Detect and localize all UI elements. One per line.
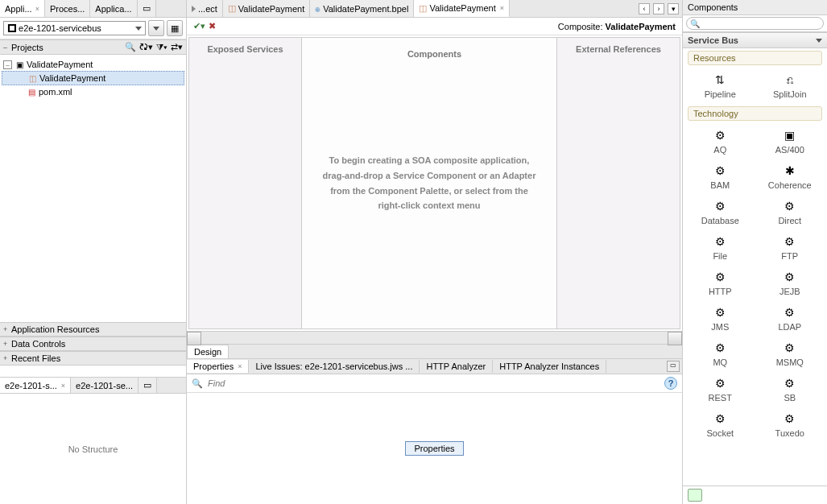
restore-dock-button[interactable]: ▭: [667, 361, 680, 372]
palette-item-sb[interactable]: ⚙SB: [756, 372, 825, 406]
nav-prev-button[interactable]: ‹: [639, 3, 650, 14]
adapter-icon: ⚙: [712, 198, 728, 214]
adapter-icon: ⚙: [712, 375, 728, 391]
editor-tab-2[interactable]: ⎈ValidatePayment.bpel: [310, 0, 414, 17]
help-icon[interactable]: ?: [664, 377, 677, 390]
recent-files-header[interactable]: +Recent Files: [0, 351, 186, 366]
application-dropdown[interactable]: 🞐 e2e-1201-servicebus: [3, 21, 146, 35]
horizontal-scrollbar[interactable]: [187, 331, 682, 344]
validate-icon[interactable]: ✔▾: [193, 21, 205, 31]
refresh-icon[interactable]: 🗘▾: [139, 42, 153, 52]
structure-empty-label: No Structure: [68, 444, 118, 454]
palette-item-http[interactable]: ⚙HTTP: [686, 266, 755, 300]
left-panel: Appli...× Proces... Applica... ▭ 🞐 e2e-1…: [0, 0, 187, 504]
chevron-down-icon: [816, 39, 822, 43]
adapter-icon: ⚙: [782, 375, 798, 391]
tree-node-pom[interactable]: ▤ pom.xml: [2, 85, 184, 98]
composite-icon: ◫: [27, 72, 38, 84]
palette-item-splitjoin[interactable]: ⎌SplitJoin: [756, 68, 825, 102]
design-view-tab[interactable]: Design: [187, 345, 229, 358]
settings-icon[interactable]: ⇄▾: [171, 42, 183, 52]
structure-tab-0[interactable]: e2e-1201-s...×: [0, 378, 71, 393]
adapter-icon: ⚙: [712, 163, 728, 179]
properties-panel: Properties: [187, 393, 682, 504]
close-icon[interactable]: ×: [500, 4, 504, 12]
palette-item-direct[interactable]: ⚙Direct: [756, 195, 825, 229]
palette-item-jms[interactable]: ⚙JMS: [686, 301, 755, 335]
search-icon[interactable]: 🔍: [125, 42, 136, 52]
components-palette: Components 🔍 Service Bus Resources⇅Pipel…: [682, 0, 827, 504]
project-tree: – ▣ ValidatePayment ◫ ValidatePayment ▤ …: [0, 55, 186, 101]
editor-tab-1[interactable]: ◫ValidatePayment: [223, 0, 310, 17]
app-action-button[interactable]: ▦: [167, 20, 183, 36]
tree-collapse-icon[interactable]: –: [3, 60, 12, 69]
tab-application[interactable]: Applica...: [90, 0, 137, 17]
palette-item-socket[interactable]: ⚙Socket: [686, 407, 755, 441]
palette-item-database[interactable]: ⚙Database: [686, 195, 755, 229]
palette-item-jejb[interactable]: ⚙JEJB: [756, 266, 825, 300]
editor-tab-0[interactable]: ...ect: [187, 0, 223, 17]
app-menu-button[interactable]: [148, 20, 164, 36]
palette-header: Components: [683, 0, 827, 15]
composite-title: Composite: ValidatePayment: [558, 22, 676, 31]
structure-tabs: e2e-1201-s...× e2e-1201-se... ▭: [0, 377, 186, 393]
adapter-icon: ⚙: [712, 127, 728, 143]
palette-item-tuxedo[interactable]: ⚙Tuxedo: [756, 407, 825, 441]
palette-item-msmq[interactable]: ⚙MSMQ: [756, 337, 825, 370]
adapter-icon: ⚙: [712, 340, 728, 356]
composite-icon: ◫: [419, 3, 427, 14]
palette-scroll[interactable]: Resources⇅Pipeline⎌SplitJoinTechnology⚙A…: [683, 48, 827, 485]
application-selector-row: 🞐 e2e-1201-servicebus ▦: [0, 18, 186, 39]
palette-group-resources[interactable]: Resources: [688, 51, 822, 65]
structure-tab-1[interactable]: e2e-1201-se...: [71, 378, 139, 393]
adapter-icon: ⚙: [782, 233, 798, 250]
palette-item-ldap[interactable]: ⚙LDAP: [756, 301, 825, 335]
tab-applications[interactable]: Appli...×: [0, 0, 45, 17]
app-resources-header[interactable]: +Application Resources: [0, 322, 186, 337]
tab-properties[interactable]: Properties×: [187, 360, 249, 373]
adapter-icon: ⚙: [782, 340, 798, 356]
tab-processes[interactable]: Proces...: [45, 0, 90, 17]
palette-category-dropdown[interactable]: Service Bus: [683, 32, 827, 48]
palette-item-aq[interactable]: ⚙AQ: [686, 124, 755, 158]
lane-components[interactable]: Components To begin creating a SOA compo…: [302, 38, 557, 328]
editor-tab-3[interactable]: ◫ValidatePayment×: [414, 0, 510, 17]
editor-tabs: ...ect ◫ValidatePayment ⎈ValidatePayment…: [187, 0, 682, 18]
palette-item-as-400[interactable]: ▣AS/400: [756, 124, 825, 158]
palette-view-toggle[interactable]: [688, 489, 702, 502]
palette-item-bam[interactable]: ⚙BAM: [686, 159, 755, 193]
search-icon: 🔍: [192, 378, 203, 389]
palette-item-coherence[interactable]: ✱Coherence: [756, 159, 825, 193]
properties-find-row: 🔍 ?: [187, 374, 682, 393]
palette-title: Components: [688, 2, 738, 12]
nav-next-button[interactable]: ›: [653, 3, 664, 14]
tree-root[interactable]: – ▣ ValidatePayment: [2, 58, 184, 71]
lane-exposed-services[interactable]: Exposed Services: [189, 38, 302, 328]
adapter-icon: ⚙: [782, 304, 798, 320]
filter-icon[interactable]: ⧩▾: [156, 42, 167, 52]
delete-icon[interactable]: ✖: [209, 21, 216, 31]
projects-section-header[interactable]: – Projects 🔍 🗘▾ ⧩▾ ⇄▾: [0, 39, 186, 55]
structure-panel: No Structure: [0, 393, 186, 504]
properties-find-input[interactable]: [206, 377, 661, 390]
tab-list-button[interactable]: ▾: [668, 3, 679, 14]
structure-minimize-button[interactable]: ▭: [139, 378, 157, 393]
palette-item-rest[interactable]: ⚙REST: [686, 372, 755, 406]
tab-http-analyzer-instances[interactable]: HTTP Analyzer Instances: [493, 360, 606, 373]
palette-group-technology[interactable]: Technology: [688, 106, 822, 121]
tab-http-analyzer[interactable]: HTTP Analyzer: [420, 360, 493, 373]
data-controls-header[interactable]: +Data Controls: [0, 337, 186, 351]
tab-live-issues[interactable]: Live Issues: e2e-1201-servicebus.jws ...: [249, 360, 420, 373]
design-canvas: Exposed Services Components To begin cre…: [187, 35, 682, 358]
minimize-view-button[interactable]: ▭: [138, 0, 156, 17]
bottom-dock-tabs: Properties× Live Issues: e2e-1201-servic…: [187, 358, 682, 374]
palette-item-ftp[interactable]: ⚙FTP: [756, 230, 825, 264]
lane-external-references[interactable]: External References: [557, 38, 680, 328]
close-icon[interactable]: ×: [35, 5, 39, 13]
palette-item-pipeline[interactable]: ⇅Pipeline: [686, 68, 755, 102]
tree-node-validatepayment[interactable]: ◫ ValidatePayment: [2, 71, 184, 85]
palette-item-file[interactable]: ⚙File: [686, 230, 755, 264]
swimlanes[interactable]: Exposed Services Components To begin cre…: [188, 37, 680, 329]
palette-item-mq[interactable]: ⚙MQ: [686, 337, 755, 370]
palette-search-input[interactable]: [686, 17, 824, 30]
